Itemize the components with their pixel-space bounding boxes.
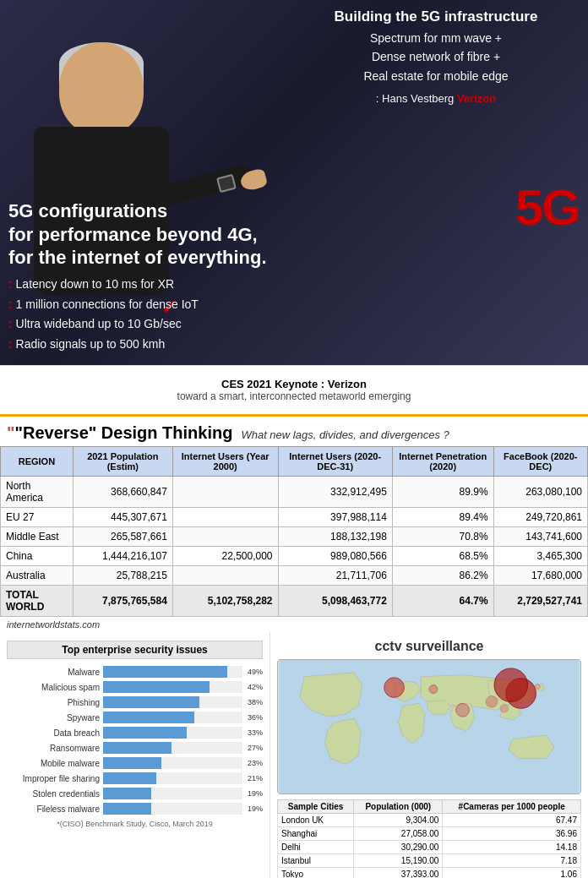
world-map-svg (278, 660, 580, 793)
speaker-credit: : Hans Vestberg Verizon (301, 92, 571, 105)
cctv-col-city: Sample Cities (278, 800, 354, 814)
cctv-table-row: Istanbul 15,190.00 7.18 (278, 854, 581, 868)
cell-users2000 (172, 527, 278, 547)
table-header-row: ""Reverse" Design Thinking What new lags… (0, 417, 588, 446)
bar-fill (103, 712, 194, 723)
table-heading: ""Reverse" Design Thinking (7, 423, 232, 443)
bar-track (103, 696, 242, 708)
bar-label: Malware (7, 668, 100, 677)
bar-row: Data breach 33% (7, 727, 263, 739)
bar-fill (103, 803, 151, 815)
table-subheading: What new lags, divides, and divergences … (241, 428, 449, 441)
svg-point-4 (456, 703, 470, 717)
cctv-cameras: 7.18 (443, 854, 581, 868)
bar-row: Phishing 38% (7, 696, 263, 708)
cctv-table-row: Tokyo 37,393.00 1.06 (278, 868, 581, 879)
cctv-table-row: Delhi 30,290.00 14.18 (278, 841, 581, 854)
cell-facebook: 143,741,600 (493, 527, 587, 547)
bar-label: Phishing (7, 698, 100, 707)
bar-track (103, 757, 242, 769)
bar-track (103, 803, 242, 815)
bar-pct: 19% (248, 804, 263, 813)
bullet-4: Radio signals up to 500 kmh (8, 335, 296, 355)
cell-users2000: 5,102,758,282 (172, 586, 278, 617)
bar-track (103, 666, 242, 678)
bar-row: Mobile malware 23% (7, 757, 263, 769)
bar-pct: 19% (248, 789, 263, 798)
cell-pop: 265,587,661 (73, 527, 172, 547)
cell-penetration: 68.5% (392, 547, 493, 566)
svg-point-10 (500, 704, 509, 712)
overlay-headline: 5G configurations for performance beyond… (8, 199, 296, 270)
bar-row: Malware 49% (7, 666, 263, 678)
bar-fill (103, 772, 156, 784)
table-row: China 1,444,216,107 22,500,000 989,080,5… (1, 547, 588, 566)
svg-point-8 (494, 668, 528, 702)
bar-pct: 27% (248, 744, 263, 752)
cctv-pop: 37,393.00 (354, 868, 443, 879)
cell-users2020: 332,912,495 (278, 477, 392, 508)
presentation-section: ✓ Building the 5G infrastructure Spectru… (0, 0, 588, 414)
bar-fill (103, 742, 172, 754)
cell-region: TOTAL WORLD (1, 586, 74, 617)
cell-penetration: 86.2% (392, 566, 493, 586)
cell-users2020: 397,988,114 (278, 508, 392, 527)
bar-row: Malicious spam 42% (7, 681, 263, 693)
bar-label: Stolen credentials (7, 789, 100, 799)
cell-users2000 (172, 566, 278, 586)
cctv-container: cctv surveillance (270, 632, 588, 878)
cell-facebook: 2,729,527,741 (493, 586, 587, 617)
col-users2020: Internet Users (2020-DEC-31) (278, 447, 392, 477)
bullet-3: Ultra wideband up to 10 Gb/sec (8, 314, 296, 335)
bar-label: Malicious spam (7, 683, 100, 692)
bar-row: Ransomware 27% (7, 742, 263, 754)
cctv-pop: 9,304.00 (354, 814, 443, 827)
col-facebook: FaceBook (2020-DEC) (493, 447, 587, 477)
cell-facebook: 249,720,861 (493, 508, 587, 527)
cell-penetration: 89.9% (392, 477, 493, 508)
col-users2000: Internet Users (Year 2000) (172, 447, 278, 477)
bar-fill (103, 788, 151, 799)
cctv-title: cctv surveillance (277, 639, 581, 654)
chart-source: *(CISO) Benchmark Study, Cisco, March 20… (7, 820, 263, 828)
cctv-map (277, 659, 581, 794)
cctv-city: Delhi (278, 841, 354, 854)
bar-row: Stolen credentials 19% (7, 788, 263, 799)
cell-pop: 7,875,765,584 (73, 586, 172, 617)
table-row: TOTAL WORLD 7,875,765,584 5,102,758,282 … (1, 586, 588, 617)
cctv-table-row: London UK 9,304.00 67.47 (278, 814, 581, 827)
slide-bottom-bar: CES 2021 Keynote : Verizon toward a smar… (0, 365, 588, 414)
bar-fill (103, 727, 187, 739)
cctv-cameras: 1.06 (443, 868, 581, 879)
cctv-table-row: Shanghai 27,058.00 36.96 (278, 827, 581, 841)
bar-label: Fileless malware (7, 804, 100, 814)
cell-facebook: 3,465,300 (493, 547, 587, 566)
bar-chart-rows: Malware 49% Malicious spam 42% Phishing … (7, 666, 263, 815)
cell-penetration: 89.4% (392, 508, 493, 527)
bar-row: Spyware 36% (7, 712, 263, 723)
bar-track (103, 742, 242, 754)
cell-users2000: 22,500,000 (172, 547, 278, 566)
bar-pct: 36% (248, 713, 263, 722)
bar-pct: 38% (248, 698, 263, 706)
cctv-city: Istanbul (278, 854, 354, 868)
person-head (59, 42, 144, 135)
bar-track (103, 788, 242, 799)
cctv-cameras: 36.96 (443, 827, 581, 841)
col-pop2021: 2021 Population (Estim) (73, 447, 172, 477)
bar-chart-container: Top enterprise security issues Malware 4… (0, 632, 270, 878)
svg-point-6 (535, 684, 540, 690)
cell-region: Australia (1, 566, 74, 586)
cell-users2020: 5,098,463,772 (278, 586, 392, 617)
bar-label: Data breach (7, 728, 100, 738)
cell-region: North America (1, 477, 74, 508)
bar-fill (103, 757, 161, 769)
bullet-1: Latency down to 10 ms for XR (8, 275, 296, 295)
cell-pop: 445,307,671 (73, 508, 172, 527)
bar-pct: 23% (248, 759, 263, 767)
bar-pct: 21% (248, 774, 263, 783)
bar-pct: 42% (248, 683, 263, 691)
svg-point-5 (429, 685, 438, 694)
bar-pct: 33% (248, 728, 263, 737)
table-row: EU 27 445,307,671 397,988,114 89.4% 249,… (1, 508, 588, 527)
